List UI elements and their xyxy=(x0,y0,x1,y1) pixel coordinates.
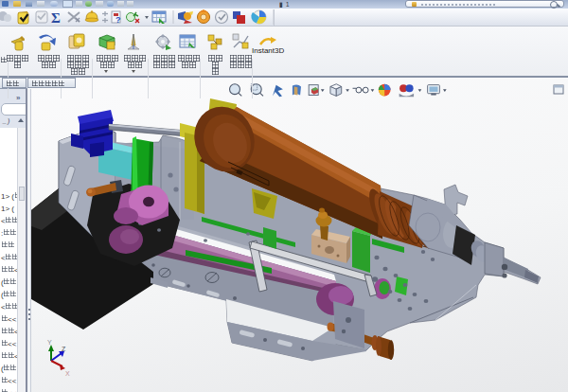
svg-text:X: X xyxy=(65,370,70,377)
svg-text:Z: Z xyxy=(62,346,66,352)
svg-text:?: ? xyxy=(115,15,121,25)
svg-text:Y: Y xyxy=(47,339,52,346)
svg-text:Σ: Σ xyxy=(51,10,61,26)
